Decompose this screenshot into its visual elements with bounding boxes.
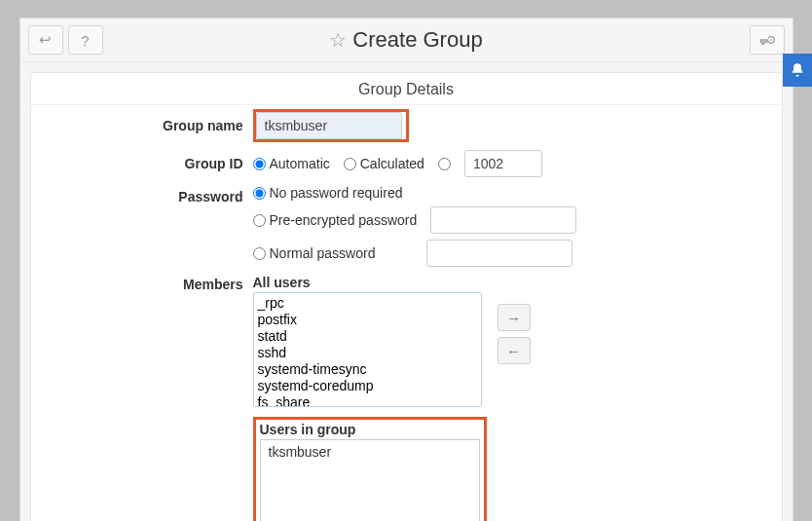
radio-calc-label: Calculated (360, 156, 424, 171)
radio-pw-normal-label: Normal password (270, 245, 376, 261)
users-in-group-highlight: Users in group tksmbuser (253, 417, 487, 521)
arrow-col: → ← (492, 275, 536, 364)
radio-calc[interactable]: Calculated (344, 156, 424, 171)
radio-pw-none-input[interactable] (253, 187, 266, 200)
key-icon (759, 32, 775, 48)
window: ↩ ? ☆ Create Group Group Details Group n… (19, 18, 794, 521)
radio-calc-input[interactable] (344, 158, 356, 170)
star-icon[interactable]: ☆ (329, 28, 347, 52)
radio-pw-normal-input[interactable] (253, 247, 266, 260)
key-button[interactable] (750, 25, 785, 55)
all-users-label: All users (253, 275, 482, 290)
header: ↩ ? ☆ Create Group (20, 19, 793, 62)
group-details-panel: Group Details Group name Group ID Automa… (30, 72, 783, 521)
page-title: Create Group (352, 27, 482, 53)
users-in-group-list[interactable]: tksmbuser (260, 439, 480, 521)
radio-auto[interactable]: Automatic (253, 156, 330, 171)
radio-custom-input[interactable] (438, 158, 451, 170)
add-user-button[interactable]: → (498, 304, 531, 331)
radio-pw-pre-input[interactable] (253, 214, 266, 227)
all-users-col: All users _rpcpostfixstatdsshdsystemd-ti… (253, 275, 482, 407)
title-wrap: ☆ Create Group (20, 27, 793, 53)
radio-custom[interactable] (438, 158, 451, 170)
radio-pw-pre-label: Pre-encrypted password (270, 212, 418, 228)
back-button[interactable]: ↩ (28, 25, 63, 55)
radio-auto-label: Automatic (270, 156, 330, 171)
help-button[interactable]: ? (68, 25, 103, 55)
svg-point-0 (770, 39, 772, 41)
label-group-id: Group ID (41, 156, 253, 171)
label-group-name: Group name (41, 118, 253, 133)
group-id-input[interactable] (464, 150, 542, 177)
row-group-id: Group ID Automatic Calculated (31, 146, 782, 181)
group-name-highlight (253, 109, 409, 142)
radio-auto-input[interactable] (253, 158, 266, 170)
bell-icon (790, 62, 805, 78)
row-members: Members All users _rpcpostfixstatdsshdsy… (31, 271, 782, 521)
remove-user-button[interactable]: ← (498, 337, 531, 364)
pw-pre-input[interactable] (430, 206, 576, 234)
all-users-list[interactable]: _rpcpostfixstatdsshdsystemd-timesyncsyst… (253, 292, 482, 407)
group-name-input[interactable] (256, 112, 402, 139)
radio-pw-none-label: No password required (270, 185, 403, 201)
radio-pw-normal[interactable]: Normal password (253, 245, 376, 261)
notification-tab[interactable] (783, 54, 812, 87)
radio-pw-pre[interactable]: Pre-encrypted password (253, 212, 418, 228)
members-content: All users _rpcpostfixstatdsshdsystemd-ti… (253, 275, 772, 521)
group-id-content: Automatic Calculated (253, 150, 772, 177)
label-members: Members (41, 275, 253, 292)
password-content: No password required Pre-encrypted passw… (253, 185, 772, 267)
radio-pw-none[interactable]: No password required (253, 185, 403, 201)
row-password: Password No password required Pre-encryp… (31, 181, 782, 271)
row-group-name: Group name (31, 105, 782, 146)
pw-normal-input[interactable] (426, 240, 572, 267)
users-in-group-label: Users in group (260, 422, 356, 437)
group-name-content (253, 109, 772, 142)
panel-title: Group Details (31, 73, 782, 102)
label-password: Password (41, 185, 253, 205)
